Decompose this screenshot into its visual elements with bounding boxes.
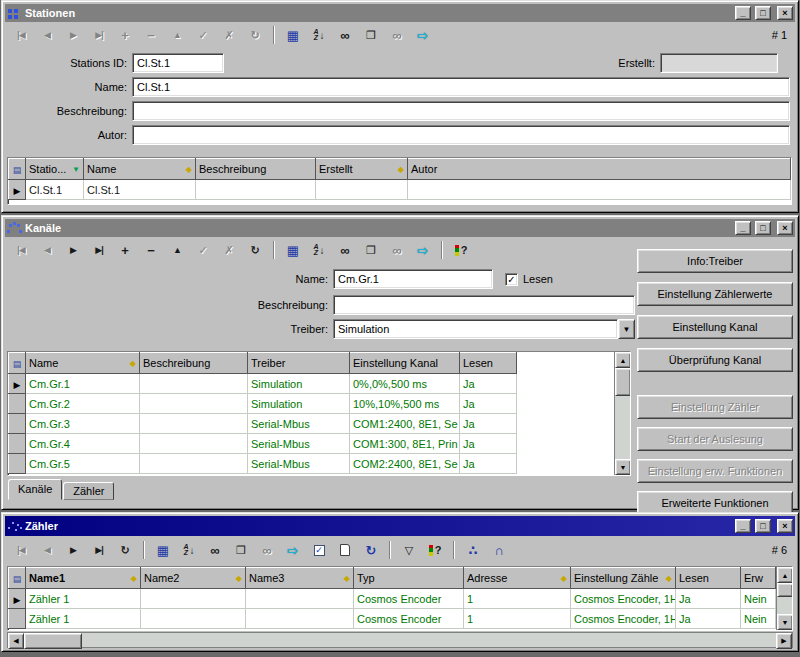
last-record-button[interactable]: ▶| <box>87 25 111 45</box>
help-button[interactable]: ? <box>449 240 473 260</box>
info-treiber-button[interactable]: Info:Treiber <box>637 249 793 273</box>
edit-record-button[interactable]: ▲ <box>165 240 189 260</box>
cell[interactable]: Cm.Gr.1 <box>26 374 140 394</box>
cell[interactable] <box>141 609 246 629</box>
cell[interactable]: Cm.Gr.2 <box>26 394 140 414</box>
scroll-right-button[interactable]: ▶ <box>776 633 792 649</box>
cell[interactable]: 1 <box>464 609 571 629</box>
column-header-treiber[interactable]: Treiber <box>248 353 350 374</box>
maximize-button[interactable]: □ <box>755 6 771 20</box>
column-header-adresse[interactable]: Adresse◆ <box>464 568 571 589</box>
row-selector[interactable] <box>9 394 26 414</box>
copy-record-button[interactable]: ❐ <box>359 25 383 45</box>
maximize-button[interactable]: □ <box>755 221 771 235</box>
cell[interactable]: Serial-Mbus <box>248 434 350 454</box>
copy-record-button[interactable]: ❐ <box>229 540 253 560</box>
scroll-down-button[interactable]: ▼ <box>615 459 631 475</box>
cell[interactable]: Zähler 1 <box>26 589 141 609</box>
refresh-record-button[interactable]: ↻ <box>243 25 267 45</box>
next-record-button[interactable]: ▶ <box>61 25 85 45</box>
cancel-record-button[interactable]: ✗ <box>217 240 241 260</box>
column-header-einstellung-kanal[interactable]: Einstellung Kanal <box>350 353 460 374</box>
start-der-auslesung-button[interactable]: Start der Auslesung <box>637 427 793 451</box>
column-header-lesen[interactable]: Lesen <box>676 568 741 589</box>
column-header-name2[interactable]: Name2◆ <box>141 568 246 589</box>
row-selector[interactable] <box>9 414 26 434</box>
cell[interactable]: Simulation <box>248 394 350 414</box>
close-button[interactable]: × <box>777 519 793 533</box>
cell[interactable] <box>141 589 246 609</box>
grid-view-button[interactable]: ▦ <box>281 240 305 260</box>
lesen-checkbox[interactable]: ✓ <box>505 273 518 286</box>
column-header-beschreibung[interactable]: Beschreibung <box>196 159 316 180</box>
find-binoculars-button[interactable]: ∞ <box>333 25 357 45</box>
refresh-record-button[interactable]: ↻ <box>243 240 267 260</box>
cell[interactable] <box>140 374 248 394</box>
first-record-button[interactable]: |◀ <box>9 240 33 260</box>
column-header-erstellt[interactable]: Erstellt◆ <box>316 159 408 180</box>
treiber-input[interactable] <box>333 319 618 339</box>
insert-record-button[interactable]: + <box>113 25 137 45</box>
sort-az-button[interactable]: AZ↓ <box>307 240 331 260</box>
table-row[interactable]: Cm.Gr.2 Simulation 10%,10%,500 ms Ja <box>9 394 614 414</box>
reload-values-button[interactable]: ↻ <box>359 540 383 560</box>
row-selector[interactable]: ▶ <box>9 589 26 609</box>
einstellung-zaehlerwerte-button[interactable]: Einstellung Zählerwerte <box>637 282 793 306</box>
titlebar-kanaele[interactable]: Kanäle _ □ × <box>5 219 795 237</box>
prev-record-button[interactable]: ◀ <box>35 240 59 260</box>
cell[interactable]: Cosmos Encoder <box>354 609 464 629</box>
find-next-button[interactable]: ∞ <box>385 25 409 45</box>
titlebar-zaehler[interactable]: Zähler _ □ × <box>5 516 795 536</box>
last-record-button[interactable]: ▶| <box>87 540 111 560</box>
einstellung-erw-funktionen-button[interactable]: Einstellung erw. Funktionen <box>637 459 793 483</box>
row-selector[interactable] <box>9 434 26 454</box>
cell[interactable]: Zähler 1 <box>26 609 141 629</box>
cell[interactable]: Nein <box>741 589 776 609</box>
cell[interactable]: Ja <box>460 394 517 414</box>
find-binoculars-button[interactable]: ∞ <box>333 240 357 260</box>
cell[interactable]: Cosmos Encoder, 1H <box>571 589 676 609</box>
cell[interactable]: COM1:300, 8E1, Prin <box>350 434 460 454</box>
cell[interactable] <box>196 180 316 200</box>
close-button[interactable]: × <box>777 6 793 20</box>
cell[interactable]: Ja <box>676 589 741 609</box>
ueberpruefung-kanal-button[interactable]: Überprüfung Kanal <box>637 348 793 372</box>
scroll-down-button[interactable]: ▼ <box>777 614 793 630</box>
titlebar-stationen[interactable]: Stationen _ □ × <box>5 4 795 22</box>
first-record-button[interactable]: |◀ <box>9 25 33 45</box>
selector-header[interactable]: ▤ <box>9 568 26 589</box>
einstellung-kanal-button[interactable]: Einstellung Kanal <box>637 315 793 339</box>
row-selector[interactable]: ▶ <box>9 374 26 394</box>
prev-record-button[interactable]: ◀ <box>35 540 59 560</box>
cell[interactable]: Ja <box>460 374 517 394</box>
close-button[interactable]: × <box>777 221 793 235</box>
delete-record-button[interactable]: − <box>139 240 163 260</box>
chevron-down-icon[interactable]: ▼ <box>618 319 635 339</box>
table-row[interactable]: Cm.Gr.3 Serial-Mbus COM1:2400, 8E1, Se J… <box>9 414 614 434</box>
horizontal-scrollbar[interactable]: ◀ ▶ <box>7 632 793 648</box>
stations-id-input[interactable] <box>132 53 224 73</box>
last-record-button[interactable]: ▶| <box>87 240 111 260</box>
table-row[interactable]: Zähler 1 Cosmos Encoder 1 Cosmos Encoder… <box>9 609 776 629</box>
find-binoculars-button[interactable]: ∞ <box>203 540 227 560</box>
scroll-up-button[interactable]: ▲ <box>777 567 793 583</box>
cell[interactable] <box>246 589 354 609</box>
cell[interactable]: COM1:2400, 8E1, Se <box>350 414 460 434</box>
table-row[interactable]: Cm.Gr.5 Serial-Mbus COM2:2400, 8E1, Se J… <box>9 454 614 474</box>
delete-record-button[interactable]: − <box>139 25 163 45</box>
prev-record-button[interactable]: ◀ <box>35 25 59 45</box>
cell[interactable]: Ja <box>460 434 517 454</box>
insert-record-button[interactable]: + <box>113 240 137 260</box>
selector-header[interactable]: ▤ <box>9 159 26 180</box>
cell[interactable]: Simulation <box>248 374 350 394</box>
next-record-button[interactable]: ▶ <box>61 540 85 560</box>
export-arrow-button[interactable]: ⇨ <box>411 25 435 45</box>
next-record-button[interactable]: ▶ <box>61 240 85 260</box>
goto-stationen-button[interactable]: ∴ <box>461 540 485 560</box>
cell[interactable] <box>246 609 354 629</box>
minimize-button[interactable]: _ <box>735 221 751 235</box>
table-row[interactable]: ▶ Zähler 1 Cosmos Encoder 1 Cosmos Encod… <box>9 589 776 609</box>
row-selector[interactable]: ▶ <box>9 180 26 200</box>
filter-funnel-button[interactable]: ▽ <box>397 540 421 560</box>
cell[interactable] <box>140 434 248 454</box>
